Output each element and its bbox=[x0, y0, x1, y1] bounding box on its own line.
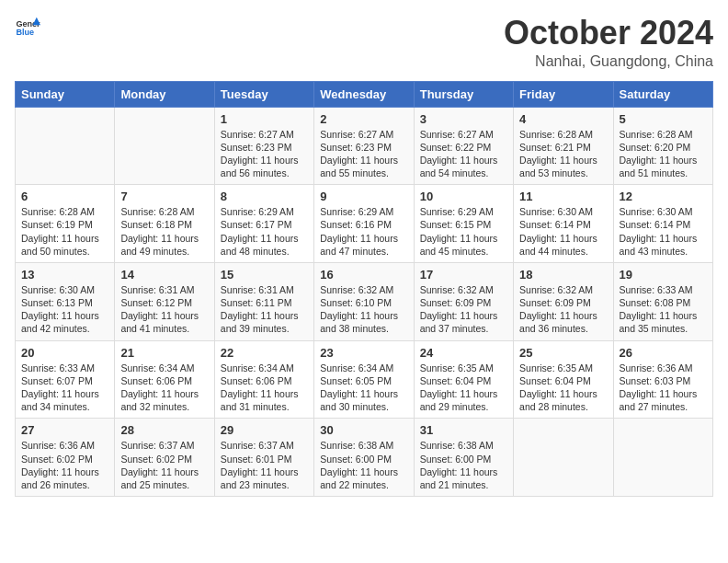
calendar-cell: 8Sunrise: 6:29 AMSunset: 6:17 PMDaylight… bbox=[214, 185, 313, 263]
day-details: Sunrise: 6:35 AMSunset: 6:04 PMDaylight:… bbox=[519, 362, 607, 414]
day-number: 27 bbox=[21, 423, 108, 437]
day-details: Sunrise: 6:27 AMSunset: 6:23 PMDaylight:… bbox=[221, 128, 308, 180]
day-number: 14 bbox=[120, 268, 208, 282]
day-details: Sunrise: 6:30 AMSunset: 6:13 PMDaylight:… bbox=[21, 283, 108, 336]
calendar-cell: 2Sunrise: 6:27 AMSunset: 6:23 PMDaylight… bbox=[314, 107, 414, 185]
day-details: Sunrise: 6:31 AMSunset: 6:12 PMDaylight:… bbox=[120, 283, 208, 336]
day-details: Sunrise: 6:34 AMSunset: 6:06 PMDaylight:… bbox=[221, 362, 308, 414]
day-details: Sunrise: 6:36 AMSunset: 6:02 PMDaylight:… bbox=[21, 439, 108, 491]
day-details: Sunrise: 6:38 AMSunset: 6:00 PMDaylight:… bbox=[420, 439, 507, 491]
calendar-cell: 20Sunrise: 6:33 AMSunset: 6:07 PMDayligh… bbox=[16, 340, 115, 419]
day-number: 29 bbox=[221, 423, 308, 437]
day-number: 24 bbox=[420, 346, 507, 360]
day-details: Sunrise: 6:34 AMSunset: 6:06 PMDaylight:… bbox=[120, 362, 208, 414]
day-details: Sunrise: 6:27 AMSunset: 6:23 PMDaylight:… bbox=[320, 128, 407, 180]
day-details: Sunrise: 6:35 AMSunset: 6:04 PMDaylight:… bbox=[420, 362, 507, 414]
calendar-cell: 16Sunrise: 6:32 AMSunset: 6:10 PMDayligh… bbox=[314, 262, 414, 340]
weekday-header: Friday bbox=[514, 81, 613, 107]
day-details: Sunrise: 6:31 AMSunset: 6:11 PMDaylight:… bbox=[221, 283, 308, 336]
calendar-cell: 4Sunrise: 6:28 AMSunset: 6:21 PMDaylight… bbox=[514, 107, 613, 185]
day-number: 23 bbox=[320, 346, 407, 360]
day-details: Sunrise: 6:28 AMSunset: 6:18 PMDaylight:… bbox=[120, 205, 208, 258]
day-number: 17 bbox=[420, 268, 507, 282]
calendar-header-row: SundayMondayTuesdayWednesdayThursdayFrid… bbox=[16, 81, 713, 107]
svg-text:Blue: Blue bbox=[16, 28, 34, 37]
weekday-header: Saturday bbox=[613, 81, 712, 107]
day-number: 3 bbox=[420, 112, 507, 126]
day-number: 2 bbox=[320, 112, 407, 126]
day-number: 28 bbox=[120, 423, 208, 437]
calendar-cell bbox=[115, 107, 214, 185]
day-number: 6 bbox=[21, 190, 108, 203]
calendar-cell: 22Sunrise: 6:34 AMSunset: 6:06 PMDayligh… bbox=[214, 340, 313, 419]
day-number: 9 bbox=[320, 190, 407, 203]
day-details: Sunrise: 6:33 AMSunset: 6:08 PMDaylight:… bbox=[620, 283, 707, 336]
day-number: 12 bbox=[620, 190, 707, 203]
calendar-cell bbox=[16, 107, 115, 185]
calendar-cell: 29Sunrise: 6:37 AMSunset: 6:01 PMDayligh… bbox=[214, 419, 313, 497]
calendar-cell: 9Sunrise: 6:29 AMSunset: 6:16 PMDaylight… bbox=[314, 185, 414, 263]
day-number: 20 bbox=[21, 346, 108, 360]
calendar-cell: 13Sunrise: 6:30 AMSunset: 6:13 PMDayligh… bbox=[16, 262, 115, 340]
calendar-cell: 21Sunrise: 6:34 AMSunset: 6:06 PMDayligh… bbox=[115, 340, 214, 419]
day-number: 30 bbox=[320, 423, 407, 437]
day-details: Sunrise: 6:29 AMSunset: 6:15 PMDaylight:… bbox=[420, 205, 507, 258]
day-number: 19 bbox=[620, 268, 707, 282]
day-number: 7 bbox=[120, 190, 208, 203]
day-details: Sunrise: 6:29 AMSunset: 6:16 PMDaylight:… bbox=[320, 205, 407, 258]
day-number: 21 bbox=[120, 346, 208, 360]
day-number: 4 bbox=[519, 112, 607, 126]
weekday-header: Sunday bbox=[16, 81, 115, 107]
calendar-cell bbox=[613, 419, 712, 497]
calendar-cell: 5Sunrise: 6:28 AMSunset: 6:20 PMDaylight… bbox=[613, 107, 712, 185]
day-details: Sunrise: 6:28 AMSunset: 6:19 PMDaylight:… bbox=[21, 205, 108, 258]
day-details: Sunrise: 6:36 AMSunset: 6:03 PMDaylight:… bbox=[620, 362, 707, 414]
calendar-cell: 25Sunrise: 6:35 AMSunset: 6:04 PMDayligh… bbox=[514, 340, 613, 419]
day-number: 1 bbox=[221, 112, 308, 126]
calendar-week-row: 20Sunrise: 6:33 AMSunset: 6:07 PMDayligh… bbox=[16, 340, 713, 419]
title-block: October 2024 Nanhai, Guangdong, China bbox=[504, 15, 713, 70]
weekday-header: Wednesday bbox=[314, 81, 414, 107]
calendar-cell: 11Sunrise: 6:30 AMSunset: 6:14 PMDayligh… bbox=[514, 185, 613, 263]
logo: General Blue bbox=[15, 15, 40, 40]
day-details: Sunrise: 6:28 AMSunset: 6:21 PMDaylight:… bbox=[519, 128, 607, 180]
weekday-header: Monday bbox=[115, 81, 214, 107]
calendar-cell: 7Sunrise: 6:28 AMSunset: 6:18 PMDaylight… bbox=[115, 185, 214, 263]
day-details: Sunrise: 6:30 AMSunset: 6:14 PMDaylight:… bbox=[620, 205, 707, 258]
calendar-cell: 3Sunrise: 6:27 AMSunset: 6:22 PMDaylight… bbox=[414, 107, 513, 185]
calendar-cell: 27Sunrise: 6:36 AMSunset: 6:02 PMDayligh… bbox=[16, 419, 115, 497]
calendar-cell: 23Sunrise: 6:34 AMSunset: 6:05 PMDayligh… bbox=[314, 340, 414, 419]
calendar-cell: 28Sunrise: 6:37 AMSunset: 6:02 PMDayligh… bbox=[115, 419, 214, 497]
day-details: Sunrise: 6:30 AMSunset: 6:14 PMDaylight:… bbox=[519, 205, 607, 258]
weekday-header: Thursday bbox=[414, 81, 513, 107]
day-number: 25 bbox=[519, 346, 607, 360]
day-number: 11 bbox=[519, 190, 607, 203]
day-details: Sunrise: 6:37 AMSunset: 6:02 PMDaylight:… bbox=[120, 439, 208, 491]
calendar-week-row: 13Sunrise: 6:30 AMSunset: 6:13 PMDayligh… bbox=[16, 262, 713, 340]
day-number: 5 bbox=[620, 112, 707, 126]
calendar-cell: 24Sunrise: 6:35 AMSunset: 6:04 PMDayligh… bbox=[414, 340, 513, 419]
day-details: Sunrise: 6:38 AMSunset: 6:00 PMDaylight:… bbox=[320, 439, 407, 491]
weekday-header: Tuesday bbox=[214, 81, 313, 107]
month-title: October 2024 bbox=[504, 15, 713, 52]
day-details: Sunrise: 6:33 AMSunset: 6:07 PMDaylight:… bbox=[21, 362, 108, 414]
day-details: Sunrise: 6:32 AMSunset: 6:10 PMDaylight:… bbox=[320, 283, 407, 336]
day-number: 16 bbox=[320, 268, 407, 282]
day-number: 10 bbox=[420, 190, 507, 203]
day-number: 13 bbox=[21, 268, 108, 282]
day-number: 8 bbox=[221, 190, 308, 203]
calendar-cell: 15Sunrise: 6:31 AMSunset: 6:11 PMDayligh… bbox=[214, 262, 313, 340]
day-details: Sunrise: 6:28 AMSunset: 6:20 PMDaylight:… bbox=[620, 128, 707, 180]
calendar-week-row: 6Sunrise: 6:28 AMSunset: 6:19 PMDaylight… bbox=[16, 185, 713, 263]
calendar-cell: 30Sunrise: 6:38 AMSunset: 6:00 PMDayligh… bbox=[314, 419, 414, 497]
day-details: Sunrise: 6:37 AMSunset: 6:01 PMDaylight:… bbox=[221, 439, 308, 491]
calendar-cell: 31Sunrise: 6:38 AMSunset: 6:00 PMDayligh… bbox=[414, 419, 513, 497]
day-number: 26 bbox=[620, 346, 707, 360]
day-number: 31 bbox=[420, 423, 507, 437]
day-details: Sunrise: 6:29 AMSunset: 6:17 PMDaylight:… bbox=[221, 205, 308, 258]
calendar-cell: 17Sunrise: 6:32 AMSunset: 6:09 PMDayligh… bbox=[414, 262, 513, 340]
day-details: Sunrise: 6:32 AMSunset: 6:09 PMDaylight:… bbox=[519, 283, 607, 336]
calendar-cell: 12Sunrise: 6:30 AMSunset: 6:14 PMDayligh… bbox=[613, 185, 712, 263]
calendar-cell: 14Sunrise: 6:31 AMSunset: 6:12 PMDayligh… bbox=[115, 262, 214, 340]
day-details: Sunrise: 6:34 AMSunset: 6:05 PMDaylight:… bbox=[320, 362, 407, 414]
